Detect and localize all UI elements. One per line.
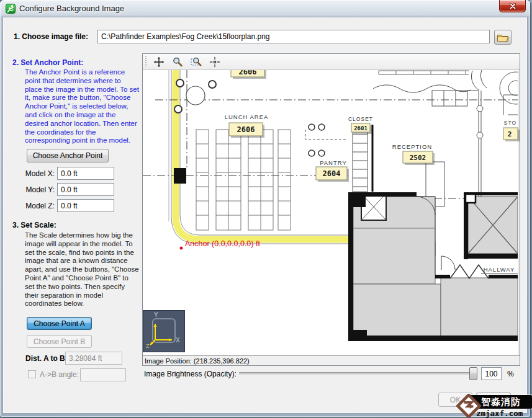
image-position-text: Image Position: (218.235,396.822) xyxy=(145,357,250,365)
magnifier-region-icon xyxy=(190,56,202,68)
brightness-label: Image Brightness (Opacity): xyxy=(144,370,237,378)
lunch-area-label: LUNCH AREA xyxy=(225,113,269,120)
watermark-logo-icon xyxy=(455,394,482,418)
pan-icon xyxy=(153,56,165,68)
model-x-input[interactable] xyxy=(57,167,114,180)
anchor-point-description: The Anchor Point is a reference point th… xyxy=(25,68,140,145)
brightness-unit-label: % xyxy=(507,370,514,378)
anchor-annotation: Anchor (0.0,0.0,0.0) ft xyxy=(185,239,260,248)
reception-room-number: 2502 xyxy=(410,154,426,162)
window-title: Configure Background Image xyxy=(19,4,124,13)
pantry-room-number: 2604 xyxy=(323,169,341,178)
choose-point-tool-button[interactable] xyxy=(207,55,223,69)
folder-open-icon xyxy=(497,33,509,42)
image-preview-panel: LUNCH AREA CLOSET RECEPTION PANTRY STO H… xyxy=(142,53,520,366)
close-icon xyxy=(509,3,516,9)
model-z-input[interactable] xyxy=(57,199,114,212)
toolbar-grip[interactable] xyxy=(145,56,147,68)
image-position-statusbar: Image Position: (218.235,396.822) xyxy=(143,355,520,365)
zoom-box-tool-button[interactable] xyxy=(188,55,204,69)
axis-z-label: Z xyxy=(146,343,150,349)
titlebar[interactable]: Configure Background Image xyxy=(0,0,530,17)
browse-file-button[interactable] xyxy=(494,30,512,45)
angle-label: A->B angle: xyxy=(40,370,79,379)
floorplan-canvas[interactable]: LUNCH AREA CLOSET RECEPTION PANTRY STO H… xyxy=(143,70,520,355)
zoom-tool-button[interactable] xyxy=(169,55,186,69)
column xyxy=(174,168,186,184)
model-y-label: Model Y: xyxy=(25,185,55,194)
set-scale-heading: 3. Set Scale: xyxy=(12,221,56,229)
axis-y-label: Y xyxy=(154,311,158,318)
close-button[interactable] xyxy=(499,0,526,12)
dist-a-to-b-label: Dist. A to B: xyxy=(25,354,68,363)
crosshair-point-icon xyxy=(209,56,220,68)
set-anchor-point-heading: 2. Set Anchor Point: xyxy=(12,58,83,67)
choose-point-a-button[interactable]: Choose Point A xyxy=(27,317,92,330)
image-file-path-input[interactable] xyxy=(97,30,490,43)
magnifier-icon xyxy=(172,56,183,68)
watermark-site: zmjaxf.com xyxy=(476,409,523,418)
desktop-background: Configure Background Image 1. Choose ima… xyxy=(0,0,532,418)
dialog-client-area: 1. Choose image file: 2. Set Anchor Poin… xyxy=(2,17,528,414)
orientation-cube-thumbnail[interactable]: Y X Z xyxy=(143,310,185,352)
model-y-input[interactable] xyxy=(57,183,114,196)
model-z-label: Model Z: xyxy=(25,202,55,210)
model-x-label: Model X: xyxy=(25,169,55,178)
closet-room-number: 2601 xyxy=(354,125,367,131)
dist-a-to-b-input[interactable] xyxy=(65,352,122,365)
watermark: 智淼消防 zmjaxf.com xyxy=(455,394,532,418)
floorplan-drawing: LUNCH AREA CLOSET RECEPTION PANTRY STO H… xyxy=(143,70,520,355)
angle-input[interactable] xyxy=(80,368,126,381)
app-icon xyxy=(6,4,16,14)
choose-point-b-button[interactable]: Choose Point B xyxy=(27,335,92,348)
hallway-label: HALLWAY xyxy=(484,266,515,273)
preview-toolbar xyxy=(143,54,520,70)
storage-label: STO xyxy=(504,120,516,126)
lunch-room-number: 2606 xyxy=(237,125,255,134)
brightness-slider-track[interactable] xyxy=(239,372,475,375)
angle-checkbox[interactable] xyxy=(28,370,36,378)
storage-room-number: 2 xyxy=(508,130,512,138)
brightness-slider-thumb[interactable] xyxy=(469,367,477,380)
choose-anchor-point-button[interactable]: Choose Anchor Point xyxy=(27,149,109,162)
top-room-number: 2606 xyxy=(239,70,257,76)
pan-tool-button[interactable] xyxy=(151,55,167,69)
configure-background-image-dialog: Configure Background Image 1. Choose ima… xyxy=(0,0,530,417)
set-scale-description: The Scale determines how big the image w… xyxy=(25,231,140,308)
axis-x-label: X xyxy=(176,337,180,344)
brightness-value-input[interactable] xyxy=(481,367,502,380)
choose-image-file-label: 1. Choose image file: xyxy=(14,32,88,41)
reception-label: RECEPTION xyxy=(392,143,432,150)
pantry-label: PANTRY xyxy=(320,159,347,166)
closet-label: CLOSET xyxy=(348,116,373,122)
